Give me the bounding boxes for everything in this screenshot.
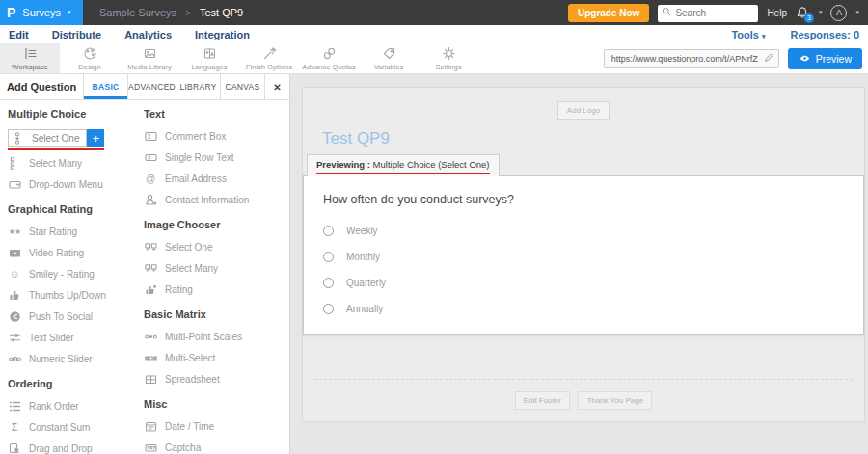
toolbar-design[interactable]: Design [60, 43, 120, 73]
toolbar-variables[interactable]: Variables [359, 43, 419, 73]
tab-canvas[interactable]: CANVAS [220, 74, 264, 99]
responses-count[interactable]: Responses: 0 [790, 29, 859, 40]
radio-icon[interactable] [323, 226, 334, 236]
panel-item-drop-down-menu[interactable]: Drop-down Menu [8, 177, 144, 191]
help-link[interactable]: Help [767, 8, 787, 18]
toolbar-workspace[interactable]: Workspace [0, 43, 60, 73]
panel-item-comment-box[interactable]: Comment Box [144, 129, 288, 143]
panel-item-video-rating[interactable]: Video Rating [8, 246, 144, 259]
preview-button[interactable]: Preview [788, 48, 862, 69]
tag-icon [382, 46, 396, 61]
panel-item-numeric-slider[interactable]: Numeric Slider [8, 352, 144, 365]
share-icon [8, 310, 21, 323]
radio-icon[interactable] [323, 304, 334, 314]
brand-menu[interactable]: P Surveys ▾ [0, 0, 83, 25]
search-icon [662, 7, 671, 16]
nav-item-analytics[interactable]: Analytics [124, 29, 172, 40]
video-icon [8, 247, 21, 259]
smiley-icon: ☺ [8, 268, 21, 280]
survey-preview-area: Add Logo Test QP9 Previewing : Multiple … [290, 74, 868, 454]
nav-item-edit[interactable]: Edit [9, 29, 29, 40]
survey-url-input[interactable] [604, 49, 779, 68]
sliders-icon [8, 332, 21, 344]
radio-icon[interactable] [323, 278, 334, 288]
panel-item-constant-sum[interactable]: Σ Constant Sum [8, 420, 144, 434]
panel-item-select-one[interactable]: Select One [8, 129, 87, 147]
drag-cursor-icon [8, 442, 21, 454]
toolbar-advance-quotas[interactable]: Advance Quotas [299, 43, 359, 73]
nav-item-integration[interactable]: Integration [195, 29, 250, 40]
previewing-red-underline [316, 173, 490, 174]
section-title-text: Text [144, 108, 288, 120]
breadcrumb-parent[interactable]: Sample Surveys [99, 7, 176, 18]
previewing-tab: Previewing : Multiple Choice (Select One… [307, 154, 500, 176]
toolbar-media-library[interactable]: Media Library [120, 43, 179, 73]
panel-item-select-many[interactable]: Select Many [8, 156, 144, 170]
survey-toolbar: Workspace Design Media Library Languages… [0, 43, 868, 74]
breadcrumb-separator-icon: > [185, 8, 191, 18]
single-row-text-icon [144, 151, 157, 164]
at-sign-icon: @ [144, 173, 157, 185]
panel-item-image-rating[interactable]: Rating [144, 282, 288, 296]
panel-item-rank-order[interactable]: Rank Order [8, 399, 144, 413]
numeric-slider-icon [8, 353, 21, 365]
edit-pencil-icon[interactable] [764, 52, 774, 63]
nav-item-distribute[interactable]: Distribute [52, 29, 101, 40]
close-panel-icon[interactable]: ✕ [264, 74, 289, 99]
panel-item-contact-information[interactable]: Contact Information [144, 193, 288, 206]
notifications-chevron-icon[interactable]: ▾ [819, 9, 823, 16]
notification-count-badge: 3 [804, 13, 814, 23]
toolbar-finish-options[interactable]: Finish Options [239, 43, 299, 73]
panel-item-smiley-rating[interactable]: ☺ Smiley - Rating [8, 267, 144, 280]
tab-basic[interactable]: BASIC [83, 74, 127, 99]
tab-advanced[interactable]: ADVANCED [127, 74, 176, 99]
translate-icon [203, 46, 217, 61]
toolbar-settings[interactable]: Settings [419, 43, 478, 73]
panel-item-date-time[interactable]: Date / Time [144, 419, 288, 433]
thumb-icon [8, 289, 21, 302]
thank-you-page-button[interactable]: Thank You Page [578, 391, 652, 410]
answer-option-row[interactable]: Annually [323, 303, 844, 314]
panel-item-push-to-social[interactable]: Push To Social [8, 309, 144, 323]
notifications-bell-icon[interactable]: 3 [796, 6, 810, 20]
panel-item-text-slider[interactable]: Text Slider [8, 331, 144, 344]
canvas-footer: Edit Footer Thank You Page [314, 379, 853, 410]
sigma-icon: Σ [8, 421, 21, 434]
checkbox-stack-icon [8, 157, 21, 170]
avatar[interactable]: A [830, 5, 847, 21]
panel-item-captcha[interactable]: Captcha [144, 441, 288, 454]
search-input[interactable] [658, 5, 758, 22]
add-question-panel: Add Question BASIC ADVANCED LIBRARY CANV… [0, 74, 290, 454]
tools-dropdown[interactable]: Tools ▾ [731, 29, 765, 40]
radio-icon[interactable] [323, 252, 334, 262]
panel-item-multi-select[interactable]: Multi-Select [144, 351, 288, 364]
add-question-plus-button[interactable]: + [87, 129, 104, 147]
panel-item-image-select-one[interactable]: Select One [144, 240, 288, 254]
tab-library[interactable]: LIBRARY [176, 74, 220, 99]
panel-item-multi-point-scales[interactable]: Multi-Point Scales [144, 330, 288, 343]
toolbar-languages[interactable]: Languages [179, 43, 239, 73]
radio-stack-icon [13, 132, 26, 145]
workspace-icon [23, 46, 38, 61]
panel-item-drag-and-drop[interactable]: Drag and Drop [8, 441, 144, 454]
date-time-icon [144, 420, 157, 433]
panel-item-thumbs-up-down[interactable]: Thumbs Up/Down [8, 288, 144, 302]
panel-item-image-select-many[interactable]: Select Many [144, 261, 288, 275]
search-box [658, 3, 758, 22]
add-logo-button[interactable]: Add Logo [557, 101, 610, 120]
answer-option-row[interactable]: Monthly [323, 251, 844, 262]
survey-title[interactable]: Test QP9 [322, 129, 864, 148]
breadcrumb-current: Test QP9 [200, 7, 243, 18]
answer-option-row[interactable]: Weekly [323, 225, 844, 236]
answer-option-row[interactable]: Quarterly [323, 277, 844, 288]
panel-item-spreadsheet[interactable]: Spreadsheet [144, 372, 288, 386]
upgrade-now-button[interactable]: Upgrade Now [568, 4, 649, 22]
panel-item-single-row-text[interactable]: Single Row Text [144, 150, 288, 164]
image-pair-icon [144, 241, 157, 254]
previewing-question-type: Multiple Choice (Select One) [370, 159, 490, 170]
account-chevron-icon[interactable]: ▾ [855, 9, 859, 16]
panel-item-star-rating[interactable]: ★★ Star Rating [8, 225, 144, 238]
edit-footer-button[interactable]: Edit Footer [515, 391, 570, 410]
question-text[interactable]: How often do you conduct surveys? [323, 193, 844, 206]
panel-item-email-address[interactable]: @ Email Address [144, 172, 288, 185]
